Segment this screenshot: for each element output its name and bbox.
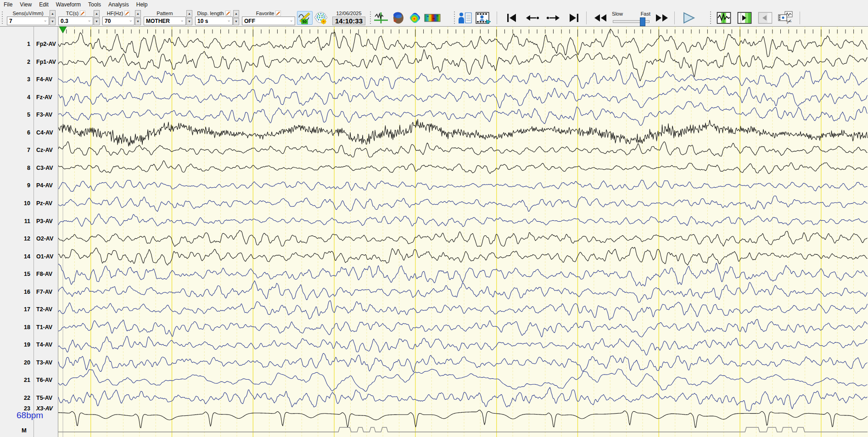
topo-map-button[interactable] [408,11,422,25]
hf-spinner-up[interactable]: ▲ [135,10,141,17]
channel-row[interactable]: 23X3-AV [0,404,58,413]
rewind-button[interactable] [591,11,610,25]
channel-row[interactable]: 20T3-AV [0,359,58,367]
channel-row[interactable]: 21T6-AV [0,376,58,384]
video-clip-cut-button[interactable]: ✂ [776,11,795,25]
spectrogram-button[interactable] [423,11,442,25]
skip-to-end-button[interactable] [566,11,582,25]
channel-row[interactable]: 22T5-AV [0,394,58,402]
menu-item-waveform[interactable]: Waveform [52,0,84,9]
disp-length-edit-icon[interactable] [225,11,231,16]
trend-graph-button[interactable] [373,11,389,25]
skip-to-start-icon [505,12,519,23]
menu-item-edit[interactable]: Edit [35,0,52,9]
favorite-edit-icon[interactable] [275,11,281,16]
menu-item-tools[interactable]: Tools [84,0,105,9]
toolbar-grip[interactable] [453,11,455,24]
tc-spinner-down[interactable]: ▼ [94,18,100,25]
hf-edit-icon[interactable] [124,11,130,16]
channel-number: 11 [0,218,30,224]
play-button[interactable] [678,11,699,25]
menu-item-help[interactable]: Help [133,0,151,9]
chevron-down-icon: ⌄ [88,17,91,22]
channel-row[interactable]: 15F8-AV [0,270,58,278]
favorite-combo[interactable]: OFF⌄ [242,17,295,25]
channel-row[interactable]: 11P3-AV [0,217,58,225]
channel-label: Fp2-AV [36,41,56,47]
eeg-traces-canvas [58,27,868,437]
skip-to-start-button[interactable] [504,11,520,25]
channel-label: C3-AV [36,165,53,171]
toolbar-grip[interactable] [369,11,371,24]
electrode-map-icon [314,11,329,25]
channel-row[interactable]: 3F4-AV [0,75,58,84]
review-back-button-disabled[interactable] [756,11,774,25]
channel-number: 12 [0,235,30,242]
tc-edit-icon[interactable] [80,11,85,16]
pattern-combo[interactable]: MOTHER⌄ [144,17,186,25]
disp-length-label: Disp. length [197,11,224,16]
menu-item-view[interactable]: View [16,0,35,9]
channel-row[interactable]: 14O1-AV [0,252,58,261]
tc-combo[interactable]: 0.3⌄ [58,17,93,25]
channel-row[interactable]: 5F3-AV [0,111,58,119]
pattern-spinner-up[interactable]: ▲ [186,10,192,17]
hf-combo[interactable]: 70⌄ [102,17,134,25]
channel-row[interactable]: 18T1-AV [0,323,58,331]
channel-number: 6 [0,129,30,136]
step-forward-button[interactable] [544,11,562,25]
hf-spinner-down[interactable]: ▼ [135,18,141,25]
channel-number: 21 [0,377,30,383]
channel-row[interactable]: 7Cz-AV [0,146,58,154]
menu-item-file[interactable]: File [0,0,16,9]
channel-row[interactable]: 4Fz-AV [0,93,58,101]
channel-row[interactable]: 12O2-AV [0,235,58,243]
tc-spinner-up[interactable]: ▲ [94,10,100,17]
disp-length-combo[interactable]: 10 s⌄ [195,17,233,25]
channel-row[interactable]: 6C4-AV [0,129,58,137]
toolbar: Sens(uV/mm)7⌄▲▼TC(s)0.3⌄▲▼HF(Hz)70⌄▲▼Pat… [0,9,868,27]
review-play-button[interactable] [736,11,753,25]
toolbar-grip[interactable] [709,11,711,24]
channel-row[interactable]: 16F7-AV [0,288,58,296]
fast-forward-button[interactable] [653,11,671,25]
review-waveform-button[interactable] [715,11,733,25]
channel-row[interactable]: 1Fp2-AV [0,40,58,48]
channel-panel-divider [34,27,34,437]
sens-spinner-up[interactable]: ▲ [50,10,56,17]
pattern-spinner-down[interactable]: ▼ [186,18,192,25]
toolbar-grip[interactable] [1,11,3,24]
speed-slider[interactable]: Slow Fast [612,11,650,25]
channel-row[interactable]: 2Fp1-AV [0,58,58,66]
sens-spinner-down[interactable]: ▼ [50,18,56,25]
notch-filter-button[interactable]: 50 [297,11,313,25]
patient-info-button[interactable] [457,11,473,25]
montage-settings-button[interactable] [314,11,329,25]
disp-length-spinner-up[interactable]: ▲ [233,10,239,17]
menu-item-analysis[interactable]: Analysis [105,0,133,9]
step-back-button[interactable] [523,11,542,25]
channel-number: 10 [0,200,30,207]
channel-label: X3-AV [36,405,53,412]
sens-combo[interactable]: 7⌄ [7,17,49,25]
channel-label: O2-AV [36,235,53,242]
channel-number: 20 [0,359,30,366]
channel-label: P4-AV [36,182,53,189]
svg-text:50: 50 [302,19,307,24]
waveform-area[interactable] [58,27,868,437]
channel-row[interactable]: 19T4-AV [0,341,58,349]
disp-length-spinner-down[interactable]: ▼ [233,18,239,25]
video-button[interactable] [474,11,493,25]
speed-slider-handle[interactable] [640,17,645,26]
channel-row[interactable]: 17T2-AV [0,305,58,314]
sens-label: Sens(uV/mm) [12,11,43,16]
review-play-icon [737,11,752,24]
head-3d-map-button[interactable] [390,11,407,25]
channel-label: F8-AV [36,271,52,277]
video-icon [475,11,492,24]
channel-row[interactable]: 10Pz-AV [0,199,58,207]
channel-number: 8 [0,165,30,171]
channel-row[interactable]: 9P4-AV [0,181,58,190]
channel-row[interactable]: 8C3-AV [0,164,58,172]
channel-label: C4-AV [36,129,53,136]
